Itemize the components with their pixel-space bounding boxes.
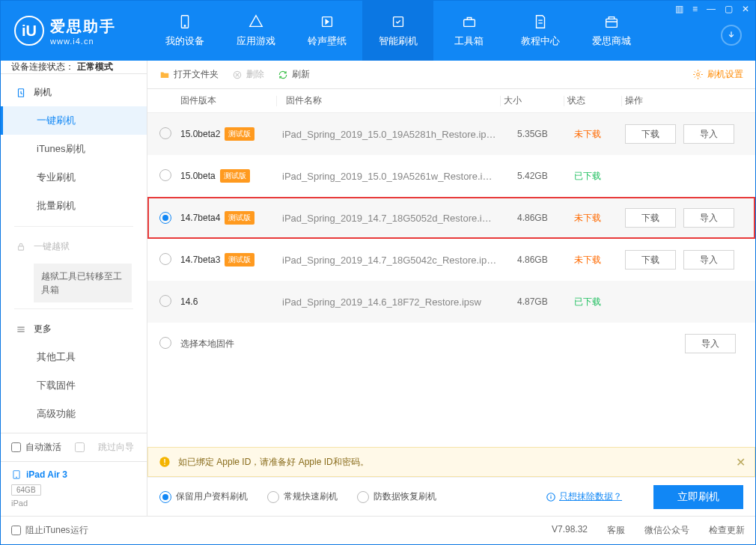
row-radio[interactable] xyxy=(159,127,171,139)
svg-point-9 xyxy=(16,477,17,478)
flash-option[interactable]: 防数据恢复刷机 xyxy=(357,490,436,503)
refresh-button[interactable]: 刷新 xyxy=(278,68,310,81)
sidebar-item[interactable]: 下载固件 xyxy=(1,371,147,400)
minimize-icon[interactable]: — xyxy=(707,4,716,14)
firmware-row[interactable]: 15.0beta2测试版iPad_Spring_2019_15.0_19A528… xyxy=(147,113,755,155)
header: iU 爱思助手 www.i4.cn 我的设备应用游戏铃声壁纸智能刷机工具箱教程中… xyxy=(1,1,755,61)
wechat-link[interactable]: 微信公众号 xyxy=(644,524,689,537)
logo[interactable]: iU 爱思助手 www.i4.cn xyxy=(14,16,149,46)
close-icon[interactable]: ✕ xyxy=(742,4,749,14)
download-button[interactable]: 下载 xyxy=(625,124,676,144)
connection-status: 设备连接状态：正常模式 xyxy=(1,61,147,74)
device-info[interactable]: iPad Air 3 64GB iPad xyxy=(1,461,147,517)
sidebar: 设备连接状态：正常模式 刷机 一键刷机iTunes刷机专业刷机批量刷机 一键越狱… xyxy=(1,61,147,516)
top-nav: 我的设备应用游戏铃声壁纸智能刷机工具箱教程中心爱思商城 xyxy=(149,1,647,61)
import-button[interactable]: 导入 xyxy=(683,124,734,144)
firmware-list: 15.0beta2测试版iPad_Spring_2019_15.0_19A528… xyxy=(147,113,755,447)
nav-2[interactable]: 铃声壁纸 xyxy=(291,1,362,61)
version-label: V7.98.32 xyxy=(552,524,588,537)
toolbar: 打开文件夹 删除 刷新 刷机设置 xyxy=(147,61,755,89)
brand-url: www.i4.cn xyxy=(50,37,116,46)
logo-icon: iU xyxy=(14,16,44,46)
flash-now-button[interactable]: 立即刷机 xyxy=(653,485,743,509)
skip-guide-checkbox[interactable] xyxy=(75,442,85,452)
main-panel: 打开文件夹 删除 刷新 刷机设置 固件版本 固件名称 大小 状态 xyxy=(147,61,755,516)
nav-0[interactable]: 我的设备 xyxy=(149,1,220,61)
sidebar-head-label: 刷机 xyxy=(34,86,52,99)
maximize-icon[interactable]: ▢ xyxy=(725,4,733,14)
nav-4[interactable]: 工具箱 xyxy=(433,1,504,61)
appleid-alert: 如已绑定 Apple ID，请准备好 Apple ID和密码。 ✕ xyxy=(147,447,755,477)
sidebar-item[interactable]: iTunes刷机 xyxy=(1,135,147,163)
option-radio[interactable] xyxy=(357,491,369,503)
flash-settings-button[interactable]: 刷机设置 xyxy=(692,68,743,81)
service-link[interactable]: 客服 xyxy=(607,524,625,537)
shirt-icon[interactable]: ▥ xyxy=(675,4,683,14)
flash-option[interactable]: 保留用户资料刷机 xyxy=(159,490,248,503)
open-folder-button[interactable]: 打开文件夹 xyxy=(159,68,219,81)
row-radio[interactable] xyxy=(159,212,171,224)
menu-icon[interactable]: ≡ xyxy=(692,4,698,14)
sidebar-head-label: 一键越狱 xyxy=(34,240,70,253)
flash-option[interactable]: 常规快速刷机 xyxy=(267,490,338,503)
download-button[interactable]: 下载 xyxy=(625,250,676,270)
flash-options: 保留用户资料刷机常规快速刷机防数据恢复刷机 只想抹除数据？ 立即刷机 xyxy=(147,477,755,516)
sidebar-item[interactable]: 高级功能 xyxy=(1,400,147,428)
sidebar-item[interactable]: 专业刷机 xyxy=(1,163,147,192)
local-firmware-row[interactable]: 选择本地固件导入 xyxy=(147,323,755,365)
nav-3[interactable]: 智能刷机 xyxy=(362,1,433,61)
sidebar-head-jailbreak: 一键越狱 xyxy=(1,233,147,261)
sidebar-item[interactable]: 批量刷机 xyxy=(1,192,147,220)
firmware-row[interactable]: 14.7beta3测试版iPad_Spring_2019_14.7_18G504… xyxy=(147,239,755,281)
firmware-row[interactable]: 15.0beta测试版iPad_Spring_2019_15.0_19A5261… xyxy=(147,155,755,197)
import-button[interactable]: 导入 xyxy=(683,208,734,228)
nav-5[interactable]: 教程中心 xyxy=(504,1,576,61)
row-radio[interactable] xyxy=(159,169,171,181)
auto-activate-row: 自动激活 跳过向导 xyxy=(1,433,147,461)
row-radio[interactable] xyxy=(159,253,171,265)
sidebar-head-label: 更多 xyxy=(34,323,52,335)
window-controls: ▥ ≡ — ▢ ✕ xyxy=(675,4,749,14)
row-radio[interactable] xyxy=(159,295,171,307)
warning-icon xyxy=(159,456,171,468)
table-header: 固件版本 固件名称 大小 状态 操作 xyxy=(147,89,755,113)
import-button[interactable]: 导入 xyxy=(683,250,734,270)
option-radio[interactable] xyxy=(159,491,171,503)
sidebar-item[interactable]: 其他工具 xyxy=(1,343,147,371)
firmware-row[interactable]: 14.7beta4测试版iPad_Spring_2019_14.7_18G505… xyxy=(147,197,755,239)
svg-point-11 xyxy=(697,73,700,76)
erase-data-link[interactable]: 只想抹除数据？ xyxy=(546,490,622,503)
svg-rect-7 xyxy=(19,246,24,249)
svg-rect-4 xyxy=(463,19,475,26)
status-bar: 阻止iTunes运行 V7.98.32 客服 微信公众号 检查更新 xyxy=(1,516,755,544)
check-update-link[interactable]: 检查更新 xyxy=(709,524,745,537)
block-itunes-checkbox[interactable] xyxy=(11,526,21,535)
sidebar-item[interactable]: 一键刷机 xyxy=(1,106,147,135)
firmware-row[interactable]: 14.6iPad_Spring_2019_14.6_18F72_Restore.… xyxy=(147,281,755,323)
row-radio[interactable] xyxy=(159,337,171,349)
svg-rect-14 xyxy=(164,464,165,465)
sidebar-head-more[interactable]: 更多 xyxy=(1,315,147,343)
import-button[interactable]: 导入 xyxy=(685,334,736,353)
jailbreak-note: 越狱工具已转移至工具箱 xyxy=(34,264,132,302)
download-button[interactable]: 下载 xyxy=(625,208,676,228)
download-indicator-icon[interactable] xyxy=(721,25,742,46)
option-radio[interactable] xyxy=(267,491,279,503)
nav-1[interactable]: 应用游戏 xyxy=(220,1,291,61)
tablet-icon xyxy=(11,468,22,481)
svg-point-1 xyxy=(184,25,185,26)
nav-6[interactable]: 爱思商城 xyxy=(576,1,647,61)
svg-rect-13 xyxy=(164,459,165,463)
info-icon xyxy=(546,492,556,502)
auto-activate-checkbox[interactable] xyxy=(11,442,21,452)
alert-close-button[interactable]: ✕ xyxy=(736,455,746,469)
svg-rect-5 xyxy=(606,19,617,27)
brand-name: 爱思助手 xyxy=(50,16,116,37)
sidebar-head-flash[interactable]: 刷机 xyxy=(1,79,147,106)
delete-button[interactable]: 删除 xyxy=(232,68,264,81)
